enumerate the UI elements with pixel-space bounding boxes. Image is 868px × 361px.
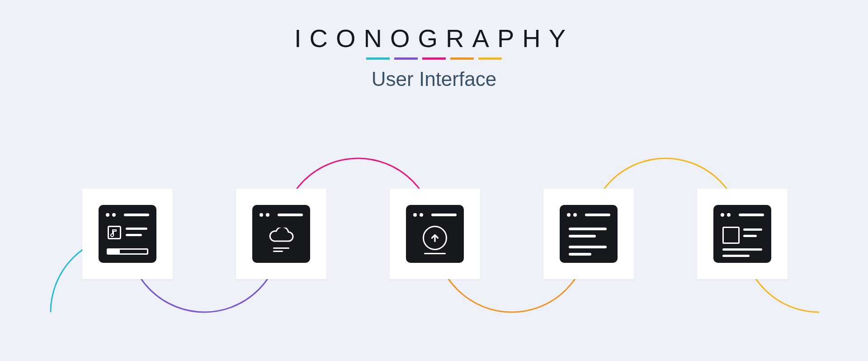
layout-content-browser-icon: [713, 205, 771, 263]
page-subtitle: User Interface: [0, 68, 868, 90]
icon-card: [543, 189, 634, 279]
page-title: ICONOGRAPHY: [0, 24, 868, 53]
cloud-icon: [258, 222, 305, 257]
image-block-icon: [722, 227, 740, 244]
stripe-orange: [450, 57, 474, 60]
upload-browser-icon: [406, 205, 464, 263]
text-content-browser-icon: [560, 205, 618, 263]
progress-bar: [107, 248, 148, 255]
stripe-yellow: [478, 57, 502, 60]
brand-color-stripes: [0, 57, 868, 60]
header: ICONOGRAPHY User Interface: [0, 24, 868, 90]
stripe-purple: [394, 57, 418, 60]
upload-arrow-icon: [411, 222, 458, 257]
icon-card: [697, 189, 788, 279]
stripe-magenta: [422, 57, 446, 60]
icon-card: [390, 189, 480, 279]
cloud-browser-icon: [252, 205, 310, 263]
iconography-showcase: ICONOGRAPHY User Interface: [0, 0, 868, 361]
cloud-base-lines: [273, 246, 289, 252]
stripe-teal: [366, 57, 390, 60]
icon-card: [82, 189, 173, 279]
music-note-icon: [108, 226, 121, 239]
icon-card: [236, 189, 326, 279]
music-player-browser-icon: [99, 205, 156, 263]
